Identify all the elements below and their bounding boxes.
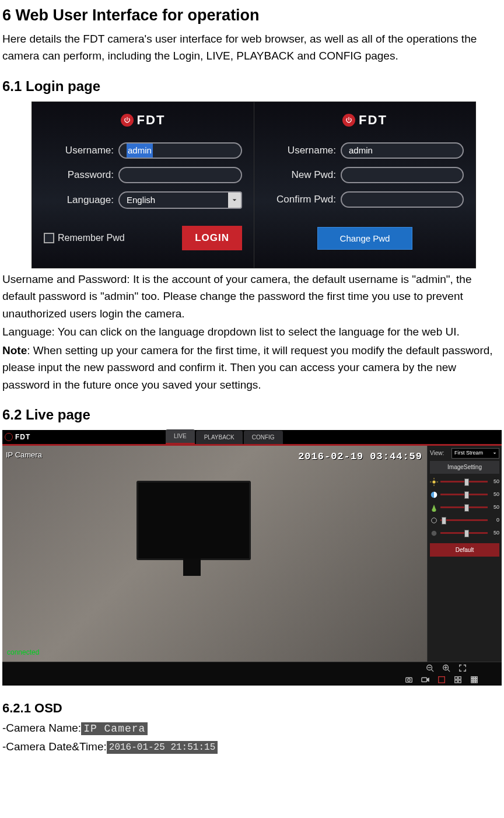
svg-rect-20: [459, 677, 461, 679]
record-icon[interactable]: [421, 676, 429, 684]
osd-name-label: -Camera Name:: [2, 722, 81, 734]
brand-text: FDT: [359, 110, 387, 130]
heading-6-2-1: 6.2.1 OSD: [2, 698, 502, 718]
svg-rect-19: [455, 677, 457, 679]
language-label: Language:: [44, 193, 118, 208]
note-body: : When setting up your camera for the fi…: [2, 344, 493, 391]
username-label: Username:: [44, 143, 118, 158]
default-button[interactable]: Default: [430, 543, 499, 557]
heading-6-1: 6.1 Login page: [2, 75, 502, 97]
svg-rect-21: [455, 680, 457, 683]
login-button[interactable]: LOGIN: [182, 226, 242, 250]
slider-contrast[interactable]: 50: [430, 491, 499, 499]
password-label: Password:: [44, 167, 118, 183]
osd-camera-name: IP Camera: [6, 449, 42, 461]
login-description-1: Username and Password: It is the account…: [2, 271, 502, 322]
osd-time-label: -Camera Date&Time:: [2, 740, 107, 753]
svg-rect-18: [439, 677, 445, 683]
logo: FDT: [44, 110, 242, 130]
slider-saturation[interactable]: 0: [430, 516, 499, 525]
saturation-icon: [430, 516, 438, 525]
brightness-icon: [430, 478, 438, 486]
new-pwd-input[interactable]: [341, 167, 464, 183]
username-label: Username:: [266, 143, 341, 158]
slider-value: 50: [490, 504, 499, 512]
svg-point-16: [408, 679, 410, 681]
tab-config[interactable]: CONFIG: [244, 431, 283, 445]
osd-name-line: -Camera Name:IP Camera: [2, 719, 502, 736]
remember-label: Remember Pwd: [58, 231, 125, 246]
change-pwd-button[interactable]: Change Pwd: [317, 227, 413, 250]
new-pwd-label: New Pwd:: [266, 167, 341, 183]
scene-monitor: [136, 481, 251, 560]
tab-playback[interactable]: PLAYBACK: [196, 431, 243, 445]
note-label: Note: [2, 344, 27, 356]
live-header: FDT LIVE PLAYBACK CONFIG: [2, 430, 502, 444]
snapshot-icon[interactable]: [405, 676, 413, 684]
svg-rect-30: [474, 681, 475, 683]
brand-text: FDT: [15, 432, 30, 443]
slider-brightness[interactable]: 50: [430, 478, 499, 486]
language-select[interactable]: English: [118, 191, 228, 209]
svg-line-9: [432, 670, 434, 672]
zoom-in-icon[interactable]: [442, 664, 450, 672]
grid-4-icon[interactable]: [454, 676, 462, 684]
sharpness-icon: [430, 529, 438, 537]
svg-rect-29: [471, 681, 473, 683]
slider-value: 0: [490, 516, 499, 525]
login-panel-left: FDT Username: admin Password: Language: …: [32, 102, 254, 268]
gear-icon: [5, 433, 13, 441]
video-view[interactable]: IP Camera 2016-02-19 03:44:59 connected: [2, 446, 427, 662]
live-screenshot: FDT LIVE PLAYBACK CONFIG IP Camera 2016-…: [2, 430, 502, 686]
contrast-icon: [430, 491, 438, 499]
zoom-out-icon[interactable]: [426, 664, 434, 672]
svg-rect-31: [476, 681, 478, 683]
username-input[interactable]: admin: [341, 142, 464, 159]
live-toolbar: [2, 662, 502, 686]
view-select[interactable]: First Stream: [452, 448, 499, 459]
power-icon: [121, 114, 134, 127]
brand-text: FDT: [137, 110, 166, 130]
view-label: View:: [430, 449, 444, 458]
svg-point-6: [432, 518, 437, 523]
hue-icon: [430, 504, 438, 512]
svg-rect-17: [422, 678, 427, 682]
tab-live[interactable]: LIVE: [166, 429, 195, 445]
login-screenshot: FDT Username: admin Password: Language: …: [32, 102, 476, 268]
grid-1-icon[interactable]: [438, 676, 446, 684]
checkbox-icon: [44, 233, 54, 243]
slider-sharpness[interactable]: 50: [430, 529, 499, 537]
svg-rect-22: [459, 680, 461, 683]
image-settings-panel: View: First Stream ImageSetting 50 50: [427, 446, 502, 662]
change-pwd-panel: FDT Username: admin New Pwd: Confirm Pwd…: [254, 102, 475, 268]
svg-line-12: [448, 670, 450, 672]
dropdown-icon[interactable]: [228, 191, 242, 209]
slider-value: 50: [490, 491, 499, 499]
confirm-pwd-input[interactable]: [341, 191, 464, 208]
slider-value: 50: [490, 529, 499, 537]
fullscreen-icon[interactable]: [459, 664, 467, 672]
svg-point-0: [432, 480, 435, 483]
login-description-2: Language: You can click on the language …: [2, 323, 502, 340]
osd-timestamp: 2016-02-19 03:44:59: [298, 449, 422, 464]
confirm-pwd-label: Confirm Pwd:: [266, 192, 341, 207]
grid-9-icon[interactable]: [470, 676, 478, 684]
svg-rect-28: [476, 679, 478, 681]
osd-time-chip: 2016-01-25 21:51:15: [107, 741, 218, 754]
osd-time-line: -Camera Date&Time:2016-01-25 21:51:15: [2, 738, 502, 755]
intro-paragraph: Here details the FDT camera's user inter…: [2, 30, 502, 65]
panel-header: ImageSetting: [430, 461, 499, 474]
remember-pwd-checkbox[interactable]: Remember Pwd: [44, 231, 125, 246]
nav-tabs: LIVE PLAYBACK CONFIG: [166, 430, 284, 444]
logo: FDT: [266, 110, 464, 130]
slider-hue[interactable]: 50: [430, 504, 499, 512]
username-input[interactable]: admin: [118, 142, 242, 159]
svg-rect-24: [474, 677, 475, 679]
power-icon: [342, 114, 355, 127]
svg-rect-25: [476, 677, 478, 679]
svg-rect-27: [474, 679, 475, 681]
slider-value: 50: [490, 478, 499, 486]
password-input[interactable]: [118, 167, 242, 183]
svg-rect-23: [471, 677, 473, 679]
svg-point-7: [432, 530, 437, 536]
